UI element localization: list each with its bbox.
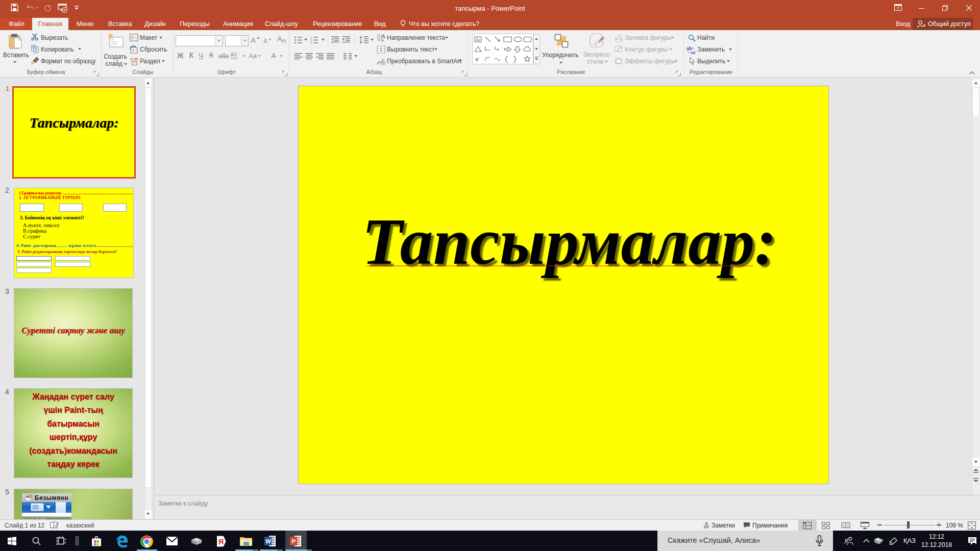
svg-text:А: А: [382, 34, 385, 39]
svg-text:3: 3: [310, 41, 312, 44]
svg-text:Я: Я: [218, 537, 224, 546]
svg-text:P: P: [292, 538, 296, 544]
svg-text:AV: AV: [230, 52, 238, 58]
svg-text:А: А: [277, 35, 282, 43]
svg-text:ac: ac: [691, 50, 696, 54]
svg-text:W: W: [265, 538, 271, 544]
